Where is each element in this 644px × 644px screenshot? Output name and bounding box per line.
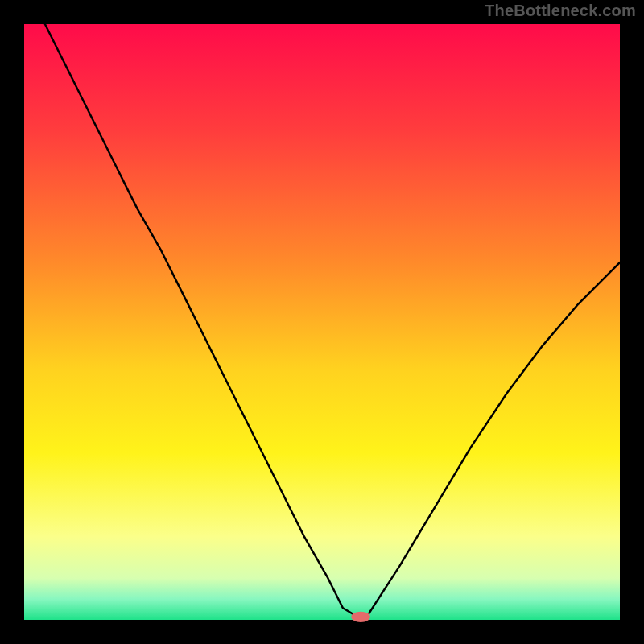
bottleneck-chart <box>0 0 644 644</box>
optimum-marker <box>351 612 370 622</box>
plot-background <box>24 24 620 620</box>
chart-frame: TheBottleneck.com <box>0 0 644 644</box>
